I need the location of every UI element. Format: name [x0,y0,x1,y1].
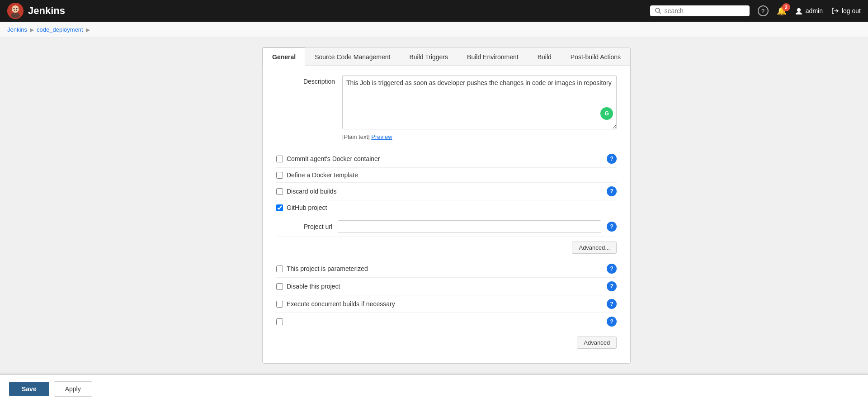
checkbox-extra[interactable] [276,318,283,325]
tab-post-build-actions[interactable]: Post-build Actions [561,47,630,66]
save-button[interactable]: Save [9,382,49,396]
breadcrumb-sep-1: ▶ [30,27,34,33]
logout-label: log out [842,7,861,14]
checkbox-row-github-project: GitHub project [276,200,617,215]
help-icon-extra[interactable]: ? [607,317,617,327]
tab-source-code[interactable]: Source Code Management [305,47,400,66]
search-icon [655,7,662,14]
app-title: Jenkins [28,5,65,17]
project-url-input[interactable]: https://github.com/riteshsoni10/demo_web… [338,220,601,233]
top-navigation: Jenkins ? 🔔 2 admin [0,0,868,22]
checkbox-github-project[interactable] [276,204,283,211]
apply-button[interactable]: Apply [54,381,92,397]
breadcrumb-project[interactable]: code_deployment [37,26,83,33]
tab-build-triggers[interactable]: Build Triggers [400,47,458,66]
config-panel: General Source Code Management Build Tri… [262,47,631,364]
grammarly-icon: G [604,110,609,117]
user-menu[interactable]: admin [795,7,823,15]
logout-icon [831,7,839,15]
help-icon-docker-commit[interactable]: ? [607,154,617,164]
save-bar: Save Apply [0,375,868,400]
description-label: Description [276,75,335,85]
checkbox-docker-commit[interactable] [276,156,283,162]
svg-point-1 [12,5,19,13]
checkbox-section-1: Commit agent's Docker container ? Define… [276,148,617,217]
svg-point-5 [656,8,660,12]
breadcrumb: Jenkins ▶ code_deployment ▶ [0,22,868,38]
jenkins-logo [7,3,24,19]
checkbox-row-disable-project: Disable this project ? [276,278,617,295]
help-icon-project-url[interactable]: ? [607,222,617,232]
svg-line-6 [659,12,661,14]
checkbox-label-docker-template: Define a Docker template [287,171,617,179]
checkbox-row-extra: ? [276,313,617,330]
checkbox-parameterized[interactable] [276,266,283,272]
checkbox-row-concurrent-builds: Execute concurrent builds if necessary ? [276,295,617,313]
nav-left: Jenkins [7,3,65,19]
plain-text-preview: [Plain text] Preview [342,133,617,140]
checkbox-label-concurrent-builds: Execute concurrent builds if necessary [287,300,603,308]
checkbox-label-disable-project: Disable this project [287,283,603,290]
checkbox-row-docker-commit: Commit agent's Docker container ? [276,150,617,168]
search-bar[interactable] [650,5,750,16]
textarea-wrapper: This Job is triggered as soon as develop… [342,75,617,131]
description-textarea[interactable]: This Job is triggered as soon as develop… [342,75,617,129]
nav-right: ? 🔔 2 admin log out [650,5,861,16]
description-row: Description This Job is triggered as soo… [276,75,617,140]
svg-point-4 [16,8,18,9]
advanced-button[interactable]: Advanced... [572,242,617,254]
help-icon-concurrent-builds[interactable]: ? [607,299,617,309]
project-url-field: Project url https://github.com/riteshson… [276,217,617,237]
svg-point-3 [14,8,15,9]
help-icon-discard-builds[interactable]: ? [607,186,617,196]
notifications-bell[interactable]: 🔔 2 [777,6,787,16]
left-sidebar [9,47,136,364]
checkbox-label-parameterized: This project is parameterized [287,265,603,272]
checkbox-disable-project[interactable] [276,283,283,290]
checkbox-label-docker-commit: Commit agent's Docker container [287,155,603,162]
help-button[interactable]: ? [758,5,769,16]
tab-general[interactable]: General [263,47,305,66]
preview-link[interactable]: Preview [371,133,392,140]
checkbox-row-parameterized: This project is parameterized ? [276,260,617,278]
svg-point-2 [11,13,20,18]
tab-build[interactable]: Build [528,47,561,66]
grammarly-button[interactable]: G [600,107,613,120]
logout-button[interactable]: log out [831,7,861,15]
username-label: admin [806,7,823,14]
help-icon-disable-project[interactable]: ? [607,281,617,291]
help-icon-parameterized[interactable]: ? [607,264,617,274]
checkbox-section-2: This project is parameterized ? Disable … [276,258,617,332]
tab-build-environment[interactable]: Build Environment [458,47,528,66]
plain-text-label: [Plain text] [342,133,370,140]
tab-content-general: Description This Job is triggered as soo… [263,66,630,362]
checkbox-row-docker-template: Define a Docker template [276,168,617,183]
description-control: This Job is triggered as soon as develop… [342,75,617,140]
checkbox-label-github-project: GitHub project [287,204,617,211]
project-url-label: Project url [287,223,332,230]
breadcrumb-sep-2: ▶ [86,27,90,33]
breadcrumb-jenkins[interactable]: Jenkins [7,26,27,33]
search-input[interactable] [665,7,737,14]
checkbox-label-discard-builds: Discard old builds [287,188,603,195]
user-icon [795,7,803,15]
page-layout: General Source Code Management Build Tri… [9,47,868,364]
main-content: General Source Code Management Build Tri… [0,38,868,400]
svg-point-7 [797,8,801,12]
checkbox-row-discard-builds: Discard old builds ? [276,183,617,200]
advanced-btn-row: Advanced... [276,237,617,258]
tab-bar: General Source Code Management Build Tri… [263,47,630,66]
advanced-bottom-button[interactable]: Advanced [577,337,617,349]
checkbox-discard-builds[interactable] [276,188,283,195]
checkbox-docker-template[interactable] [276,172,283,179]
advanced-bottom-row: Advanced [276,332,617,353]
notification-badge: 2 [782,3,790,11]
checkbox-concurrent-builds[interactable] [276,301,283,308]
